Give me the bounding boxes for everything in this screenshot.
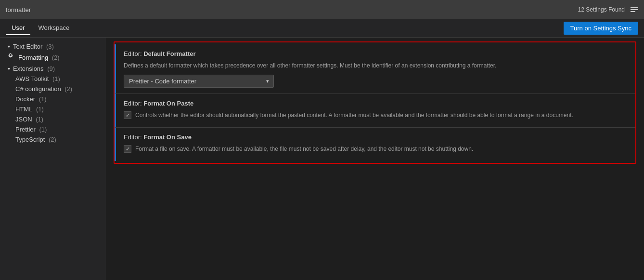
sidebar-html-count: (1) [34, 106, 44, 113]
chevron-down-icon-ext: ▾ [8, 66, 10, 71]
sync-button[interactable]: Turn on Settings Sync [564, 22, 638, 35]
sidebar-item-label: Text Editor [13, 43, 42, 50]
format-on-save-checkbox[interactable]: ✓ [124, 145, 131, 153]
sidebar-aws-label: AWS Toolkit [15, 75, 49, 82]
save-title-bold: Format On Save [143, 133, 192, 141]
format-on-paste-checkbox[interactable]: ✓ [124, 111, 131, 119]
sidebar-typescript-count: (2) [47, 136, 56, 143]
tabs-row: User Workspace Turn on Settings Sync [0, 19, 644, 38]
main-layout: ▾ Text Editor (3) Formatting (2) ▾ Exten… [0, 38, 644, 280]
sidebar-item-docker[interactable]: Docker (1) [0, 94, 106, 104]
sidebar-item-prettier[interactable]: Prettier (1) [0, 124, 106, 134]
sidebar-item-extensions[interactable]: ▾ Extensions (9) [0, 64, 106, 74]
setting-default-formatter-title: Editor: Default Formatter [124, 50, 626, 57]
sidebar-item-text-editor[interactable]: ▾ Text Editor (3) [0, 41, 106, 52]
sidebar-item-count: (3) [44, 43, 54, 50]
tabs-left: User Workspace [6, 21, 75, 35]
format-on-paste-checkbox-row: ✓ Controls whether the editor should aut… [124, 111, 626, 120]
setting-format-on-save-title: Editor: Format On Save [124, 133, 626, 141]
formatter-dropdown[interactable]: Prettier - Code formatter None ESLint Ty… [124, 75, 274, 88]
setting-format-on-paste: Editor: Format On Paste ✓ Controls wheth… [115, 93, 635, 127]
sidebar-item-formatting[interactable]: Formatting (2) [0, 52, 106, 64]
setting-title-prefix: Editor: [124, 50, 143, 57]
sidebar-csharp-count: (2) [63, 85, 73, 93]
settings-found-label: 12 Settings Found [578, 6, 625, 13]
format-on-save-desc: Format a file on save. A formatter must … [135, 145, 473, 153]
tab-user[interactable]: User [6, 21, 30, 35]
sidebar-prettier-count: (1) [38, 126, 47, 133]
dropdown-container: Prettier - Code formatter None ESLint Ty… [124, 75, 274, 88]
format-on-save-checkbox-row: ✓ Format a file on save. A formatter mus… [124, 145, 626, 153]
sidebar-item-csharp[interactable]: C# configuration (2) [0, 84, 106, 94]
search-bar: 12 Settings Found [0, 0, 644, 19]
checkmark-icon: ✓ [126, 112, 130, 119]
setting-default-formatter-desc: Defines a default formatter which takes … [124, 61, 626, 70]
sidebar-item-typescript[interactable]: TypeScript (2) [0, 134, 106, 145]
sidebar-prettier-label: Prettier [15, 126, 36, 133]
gear-icon [7, 53, 14, 62]
settings-group: Editor: Default Formatter Defines a defa… [114, 41, 636, 164]
sidebar-typescript-label: TypeScript [15, 136, 45, 143]
sidebar-aws-count: (1) [51, 75, 60, 82]
sidebar-html-label: HTML [15, 106, 32, 113]
sidebar-docker-label: Docker [15, 95, 35, 103]
sidebar-json-label: JSON [15, 116, 32, 123]
setting-default-formatter: Editor: Default Formatter Defines a defa… [115, 44, 635, 93]
sidebar: ▾ Text Editor (3) Formatting (2) ▾ Exten… [0, 38, 106, 280]
format-on-paste-desc: Controls whether the editor should autom… [135, 111, 573, 120]
chevron-down-icon: ▾ [8, 44, 10, 49]
search-input[interactable] [6, 6, 578, 13]
sidebar-extensions-label: Extensions [13, 65, 44, 72]
save-title-prefix: Editor: [124, 133, 143, 141]
sidebar-item-html[interactable]: HTML (1) [0, 104, 106, 114]
search-results-area: 12 Settings Found [578, 6, 638, 13]
sidebar-docker-count: (1) [37, 95, 47, 103]
setting-format-on-paste-title: Editor: Format On Paste [124, 100, 626, 107]
checkmark-save-icon: ✓ [126, 146, 130, 152]
sidebar-json-count: (1) [34, 116, 44, 123]
sidebar-item-aws[interactable]: AWS Toolkit (1) [0, 74, 106, 84]
sidebar-formatting-label: Formatting [18, 54, 48, 61]
setting-title-bold: Default Formatter [143, 50, 195, 57]
menu-icon[interactable] [631, 7, 638, 12]
setting-format-on-save: Editor: Format On Save ✓ Format a file o… [115, 127, 635, 161]
sidebar-csharp-label: C# configuration [15, 85, 61, 93]
sidebar-extensions-count: (9) [46, 65, 55, 72]
paste-title-prefix: Editor: [124, 100, 143, 107]
tab-workspace[interactable]: Workspace [32, 21, 75, 35]
sidebar-item-json[interactable]: JSON (1) [0, 114, 106, 124]
content-area: Editor: Default Formatter Defines a defa… [106, 38, 644, 280]
paste-title-bold: Format On Paste [143, 100, 193, 107]
sidebar-formatting-count: (2) [50, 54, 60, 61]
